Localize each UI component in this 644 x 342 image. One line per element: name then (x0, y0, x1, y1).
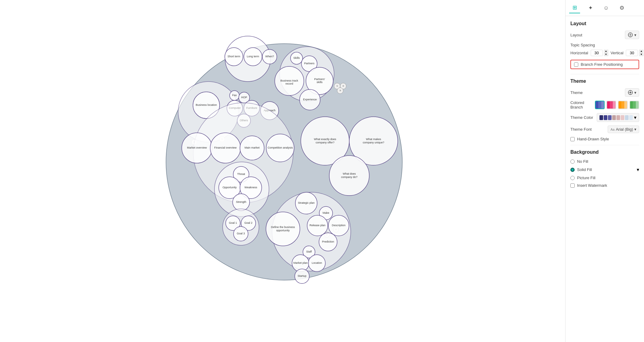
theme-chevron-icon: ▾ (634, 90, 636, 95)
layout-label: Layout (570, 33, 582, 37)
horizontal-down-button[interactable]: ▼ (604, 53, 608, 56)
svg-text:Release plan: Release plan (310, 224, 326, 227)
branch-option-4[interactable] (629, 101, 639, 109)
right-panel: ⊞ ✦ ☺ ⚙ Layout Layout ▾ Topic Spa (565, 0, 644, 342)
theme-select[interactable]: ▾ (625, 88, 639, 97)
svg-text:Make: Make (323, 211, 329, 214)
svg-text:What makes: What makes (366, 138, 381, 141)
vertical-down-button[interactable]: ▼ (639, 53, 643, 56)
svg-text:Business track: Business track (281, 79, 298, 82)
no-fill-label: No Fill (577, 159, 588, 164)
no-fill-row: No Fill (570, 159, 639, 164)
svg-text:Strategic plan: Strategic plan (298, 201, 314, 204)
colored-branch-options (595, 101, 639, 109)
theme-font-label: Theme Font (570, 127, 592, 132)
settings-tab-button[interactable]: ⚙ (616, 2, 627, 13)
layout-icon (628, 32, 633, 38)
layout-select[interactable]: ▾ (625, 31, 639, 39)
color-swatch-3 (608, 115, 612, 120)
svg-text:Opportunity: Opportunity (223, 186, 237, 189)
svg-text:Prediction: Prediction (322, 240, 334, 243)
color-swatch-6 (621, 115, 624, 120)
solid-fill-label: Solid Fill (577, 167, 592, 172)
vertical-up-button[interactable]: ▲ (639, 50, 643, 53)
svg-text:Market plan: Market plan (293, 261, 307, 264)
svg-point-117 (630, 92, 631, 93)
branch-option-3[interactable] (618, 101, 628, 109)
theme-label: Theme (570, 90, 583, 95)
color-swatch-7 (625, 115, 629, 120)
theme-font-row: Theme Font Aa Arial (Big) ▾ (570, 126, 639, 133)
vertical-label: Vertical (611, 51, 624, 55)
svg-text:Description: Description (332, 224, 345, 227)
svg-text:Competition analysis: Competition analysis (267, 146, 293, 149)
emoji-tab-button[interactable]: ☺ (601, 2, 612, 13)
svg-text:Main market: Main market (244, 146, 260, 149)
svg-text:Define the business: Define the business (271, 226, 295, 229)
svg-text:What does: What does (343, 172, 356, 175)
topic-spacing-row: Horizontal ▲ ▼ Vertical ▲ ▼ (570, 50, 639, 56)
svg-text:Goal 2: Goal 2 (244, 221, 253, 224)
solid-fill-expand[interactable]: ▾ (637, 167, 639, 173)
svg-text:Short term: Short term (227, 55, 240, 58)
svg-text:①: ① (336, 85, 338, 87)
layout-row: Layout ▾ (570, 31, 639, 39)
branch-free-row[interactable]: Branch Free Positioning (570, 60, 639, 69)
horizontal-input[interactable] (591, 50, 603, 56)
layout-section-title: Layout (570, 21, 639, 26)
svg-text:Strength: Strength (236, 200, 246, 203)
solid-fill-radio[interactable] (570, 168, 575, 172)
theme-font-value: Arial (Big) (616, 127, 633, 132)
no-fill-radio[interactable] (570, 159, 575, 164)
font-icon: Aa (610, 128, 614, 131)
horizontal-up-button[interactable]: ▲ (604, 50, 608, 53)
svg-text:Fax: Fax (232, 94, 237, 97)
mindmap-svg: Short term Long term When? Skills Partne… (139, 35, 427, 307)
panel-content: Layout Layout ▾ Topic Spacing Horizontal (566, 16, 644, 342)
branch-free-label: Branch Free Positioning (581, 62, 623, 67)
hand-drawn-row: Hand-Drawn Style (570, 137, 639, 141)
solid-fill-chevron-icon: ▾ (637, 167, 639, 172)
horizontal-label: Horizontal (570, 51, 588, 55)
svg-point-111 (630, 34, 631, 35)
branch-free-checkbox[interactable] (574, 62, 578, 67)
vertical-input[interactable] (626, 50, 638, 56)
svg-text:Location: Location (312, 261, 322, 264)
watermark-label: Insert Watermark (577, 183, 607, 188)
theme-section-title: Theme (570, 79, 639, 84)
magic-tab-button[interactable]: ✦ (585, 2, 596, 13)
theme-color-row: Theme Color ▾ (570, 113, 639, 122)
color-swatch-5 (616, 115, 620, 120)
canvas-area: Short term Long term When? Skills Partne… (0, 0, 565, 342)
hand-drawn-checkbox[interactable] (570, 137, 575, 141)
svg-text:Experience: Experience (303, 98, 317, 101)
theme-font-select[interactable]: Aa Arial (Big) ▾ (608, 126, 639, 133)
watermark-checkbox[interactable] (570, 183, 575, 188)
mindmap-container: Short term Long term When? Skills Partne… (0, 0, 565, 342)
branch-option-1[interactable] (595, 101, 605, 109)
picture-fill-radio[interactable] (570, 176, 575, 180)
vertical-input-group: ▲ ▼ (626, 50, 643, 56)
svg-text:Business location: Business location (196, 103, 217, 106)
colored-branch-row: Colored Branch (570, 100, 639, 109)
topic-spacing-label: Topic Spacing (570, 43, 639, 47)
svg-text:Long term: Long term (247, 55, 259, 58)
colored-branch-label: Colored Branch (570, 100, 595, 109)
picture-fill-label: Picture Fill (577, 176, 596, 180)
svg-text:Skills: Skills (293, 56, 300, 59)
vertical-spinners: ▲ ▼ (639, 50, 643, 56)
font-chevron-icon: ▾ (634, 127, 636, 132)
theme-icon (628, 90, 633, 95)
svg-text:company offer?: company offer? (316, 141, 334, 144)
svg-text:Goal 3: Goal 3 (237, 232, 245, 235)
svg-text:Threat: Threat (237, 173, 245, 176)
color-swatch-2 (604, 115, 607, 120)
theme-color-select[interactable]: ▾ (597, 113, 639, 122)
svg-text:HOP: HOP (241, 96, 247, 99)
svg-text:What exactly does: What exactly does (314, 138, 336, 141)
branch-option-2[interactable] (606, 101, 616, 109)
svg-text:company do?: company do? (341, 176, 357, 179)
layout-tab-button[interactable]: ⊞ (569, 2, 580, 13)
layout-theme-divider (570, 74, 639, 74)
theme-color-chevron-icon: ▾ (634, 115, 636, 120)
